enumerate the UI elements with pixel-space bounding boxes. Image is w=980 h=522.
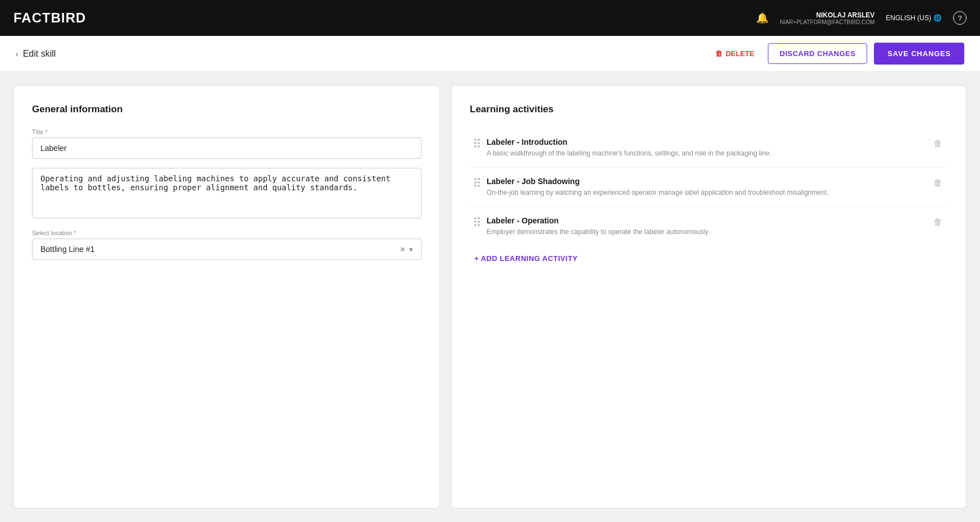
discard-button[interactable]: DISCARD CHANGES: [768, 43, 867, 64]
learning-activities-title: Learning activities: [470, 104, 948, 115]
title-input[interactable]: [32, 138, 422, 159]
user-email: NIAR+PLATFORM@FACTBIRD.COM: [780, 19, 874, 25]
back-arrow-icon: ‹: [16, 49, 19, 58]
activity-content-1: Labeler - Job Shadowing On-the-job learn…: [487, 177, 926, 198]
activity-list: Labeler - Introduction A basic walkthrou…: [470, 129, 948, 245]
activity-description: A basic walkthrough of the labeling mach…: [487, 149, 926, 158]
delete-activity-button[interactable]: 🗑: [932, 138, 944, 150]
save-button[interactable]: SAVE CHANGES: [874, 43, 964, 65]
language-selector[interactable]: ENGLISH (US) 🌐: [886, 14, 942, 22]
chevron-down-icon[interactable]: ▾: [409, 245, 413, 254]
list-item: Labeler - Operation Employer demonstrate…: [470, 207, 948, 246]
language-label: ENGLISH (US): [886, 14, 931, 22]
drag-handle[interactable]: [474, 139, 480, 148]
main-content: General information Title * Select locat…: [0, 72, 980, 522]
user-info: NIKOLAJ ARSLEV NIAR+PLATFORM@FACTBIRD.CO…: [780, 11, 874, 25]
activity-title: Labeler - Job Shadowing: [487, 177, 926, 186]
general-info-card: General information Title * Select locat…: [13, 85, 440, 509]
back-link[interactable]: ‹ Edit skill: [16, 49, 56, 59]
location-label: Select location *: [32, 230, 422, 236]
activity-description: On-the-job learning by watching an exper…: [487, 188, 926, 198]
help-icon[interactable]: ?: [953, 11, 967, 25]
title-field-group: Title *: [32, 129, 422, 159]
activity-content-2: Labeler - Operation Employer demonstrate…: [487, 216, 926, 237]
title-label: Title *: [32, 129, 422, 135]
location-field-group: Select location * Bottling Line #1 ✕ ▾: [32, 230, 422, 260]
page-title: Edit skill: [23, 49, 56, 59]
description-field-group: [32, 168, 422, 221]
trash-icon: 🗑: [715, 49, 722, 58]
learning-activities-card: Learning activities Labeler - Introducti…: [451, 85, 967, 509]
list-item: Labeler - Job Shadowing On-the-job learn…: [470, 168, 948, 207]
clear-icon[interactable]: ✕: [400, 245, 406, 254]
delete-activity-button[interactable]: 🗑: [932, 216, 944, 228]
activity-description: Employer demonstrates the capability to …: [487, 227, 926, 237]
header-actions: 🗑 DELETE DISCARD CHANGES SAVE CHANGES: [708, 43, 964, 65]
top-navigation: FACTBIRD 🔔 NIKOLAJ ARSLEV NIAR+PLATFORM@…: [0, 0, 980, 36]
description-input[interactable]: [32, 168, 422, 218]
delete-activity-button[interactable]: 🗑: [932, 177, 944, 189]
list-item: Labeler - Introduction A basic walkthrou…: [470, 129, 948, 168]
drag-handle[interactable]: [474, 217, 480, 226]
activity-content-0: Labeler - Introduction A basic walkthrou…: [487, 138, 926, 158]
delete-button[interactable]: 🗑 DELETE: [708, 45, 761, 62]
general-info-title: General information: [32, 104, 422, 115]
logo: FACTBIRD: [13, 10, 86, 26]
drag-handle[interactable]: [474, 178, 480, 187]
user-name: NIKOLAJ ARSLEV: [780, 11, 874, 19]
activity-title: Labeler - Operation: [487, 216, 926, 225]
globe-icon: 🌐: [933, 14, 942, 22]
add-activity-button[interactable]: + ADD LEARNING ACTIVITY: [470, 245, 582, 272]
nav-right: 🔔 NIKOLAJ ARSLEV NIAR+PLATFORM@FACTBIRD.…: [756, 11, 967, 25]
bell-icon[interactable]: 🔔: [756, 12, 768, 24]
location-value: Bottling Line #1: [40, 245, 95, 254]
location-select[interactable]: Bottling Line #1 ✕ ▾: [32, 239, 422, 260]
activity-title: Labeler - Introduction: [487, 138, 926, 146]
header-bar: ‹ Edit skill 🗑 DELETE DISCARD CHANGES SA…: [0, 36, 980, 72]
